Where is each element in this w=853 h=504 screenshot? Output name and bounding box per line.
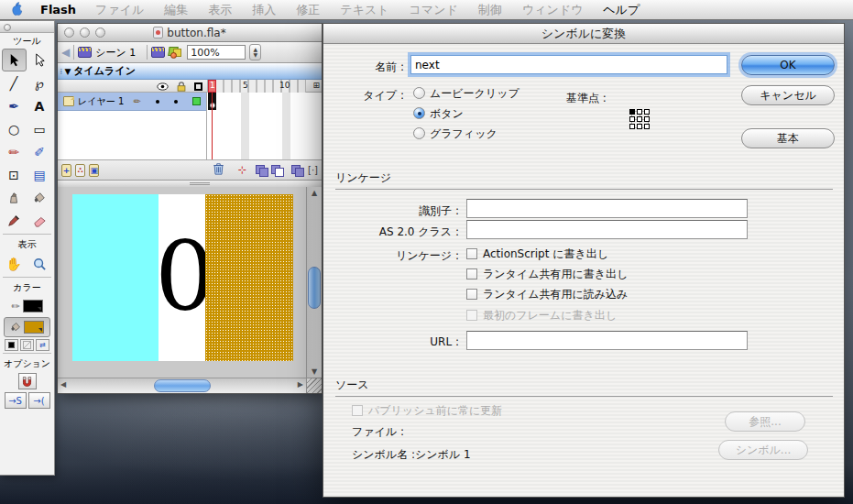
type-radio-movieclip[interactable]: ムービークリップ xyxy=(413,86,519,102)
playhead[interactable] xyxy=(212,93,213,159)
subselection-tool[interactable] xyxy=(27,49,52,71)
back-arrow-icon[interactable]: ◀ xyxy=(61,46,70,59)
line-icon: ╱ xyxy=(10,76,17,91)
zoom-tool[interactable] xyxy=(27,252,52,275)
straighten-button[interactable]: →( xyxy=(28,392,50,409)
cancel-button[interactable]: キャンセル xyxy=(741,85,835,105)
insert-layer-folder-button[interactable]: ▣ xyxy=(89,164,99,177)
ink-bottle-tool[interactable] xyxy=(2,186,27,209)
symbol-name-info: シンボル名 :シンボル 1 xyxy=(352,447,471,463)
hand-tool[interactable]: ✋ xyxy=(2,252,27,275)
swap-colors-button[interactable]: ⇄ xyxy=(36,339,49,351)
layer-lock-dot-icon[interactable] xyxy=(174,100,178,104)
pen-tool[interactable]: ✒ xyxy=(2,94,27,117)
radio-icon[interactable] xyxy=(413,127,425,139)
selection-tool[interactable] xyxy=(2,49,27,71)
tools-titlebar xyxy=(0,21,54,33)
fill-color-row[interactable] xyxy=(4,317,50,337)
outline-view-icon[interactable] xyxy=(194,82,202,91)
add-motion-guide-button[interactable]: ∴ xyxy=(75,164,85,177)
scroll-right-arrow-icon[interactable]: ▶ xyxy=(298,380,303,389)
scroll-down-arrow-icon[interactable]: ▼ xyxy=(307,367,322,376)
menu-help[interactable]: ヘルプ xyxy=(593,0,650,20)
onion-skin-outlines-button[interactable] xyxy=(271,165,279,175)
edit-multiple-frames-button[interactable] xyxy=(291,165,299,175)
edit-symbols-icon[interactable] xyxy=(169,47,183,59)
rectangle-tool[interactable]: ▭ xyxy=(27,117,52,140)
frame-view-menu-icon[interactable]: ⊞ xyxy=(312,81,320,90)
stroke-color-swatch[interactable] xyxy=(23,300,43,312)
checkbox-icon[interactable] xyxy=(466,289,477,300)
window-resize-grip[interactable] xyxy=(306,378,322,393)
scroll-up-arrow-icon[interactable]: ▲ xyxy=(307,189,322,197)
paint-bucket-tool[interactable] xyxy=(27,186,52,209)
as-class-input[interactable] xyxy=(466,220,748,239)
eraser-tool[interactable] xyxy=(27,209,52,232)
smooth-button[interactable]: →S xyxy=(5,392,27,409)
free-transform-tool[interactable]: ⊡ xyxy=(2,163,27,186)
eyedropper-tool[interactable] xyxy=(2,209,27,232)
stroke-color-row[interactable]: ✏ xyxy=(4,296,50,316)
lasso-tool[interactable]: ℘ xyxy=(27,71,52,94)
zoom-stepper[interactable]: ▲▼ xyxy=(249,44,261,60)
no-color-button[interactable] xyxy=(20,339,34,351)
horizontal-scrollbar[interactable]: ◀ ▶ xyxy=(58,378,306,393)
frame-ruler[interactable]: 1 5 10 xyxy=(207,80,306,93)
pencil-tool[interactable]: ✏ xyxy=(2,140,27,163)
insert-layer-button[interactable]: + xyxy=(61,164,71,177)
stage-cyan-rectangle[interactable] xyxy=(72,194,159,361)
fill-color-swatch[interactable] xyxy=(24,321,44,334)
vertical-scroll-thumb[interactable] xyxy=(308,267,321,309)
basic-button[interactable]: 基本 xyxy=(741,128,835,148)
frames-area[interactable] xyxy=(208,93,306,159)
fill-transform-tool[interactable]: ▤ xyxy=(27,163,52,186)
panel-collapse-arrow-icon[interactable]: ▼ xyxy=(64,67,71,76)
export-for-actionscript-checkbox[interactable]: ActionScript に書き出し xyxy=(466,247,608,262)
show-hide-eye-icon[interactable] xyxy=(157,82,169,91)
radio-icon[interactable] xyxy=(413,87,425,99)
lock-icon[interactable] xyxy=(177,82,186,92)
modify-onion-markers-button[interactable]: [·] xyxy=(308,165,318,175)
vertical-scrollbar[interactable]: ▲ ▼ xyxy=(306,187,322,378)
menu-flash[interactable]: Flash xyxy=(31,0,85,20)
layer-outline-color-swatch[interactable] xyxy=(192,97,201,105)
stage-selected-gold-rectangle[interactable] xyxy=(205,194,293,361)
registration-grid[interactable] xyxy=(629,109,651,131)
scroll-left-arrow-icon[interactable]: ◀ xyxy=(60,380,66,389)
type-radio-graphic[interactable]: グラフィック xyxy=(413,126,498,142)
brush-icon: ✐ xyxy=(34,145,45,159)
checkbox-disabled-icon xyxy=(466,310,477,321)
close-icon[interactable] xyxy=(4,24,11,31)
default-colors-button[interactable] xyxy=(5,339,18,351)
import-for-runtime-sharing-checkbox[interactable]: ランタイム共有用に読み込み xyxy=(466,287,628,302)
timeline-panel-header[interactable]: ⁞ ▼ タイムライン xyxy=(58,63,322,80)
ok-button[interactable]: OK xyxy=(741,55,835,75)
layer-name[interactable]: レイヤー 1 xyxy=(78,95,124,108)
text-tool[interactable]: A xyxy=(27,94,52,117)
brush-tool[interactable]: ✐ xyxy=(27,140,52,163)
delete-layer-trash-icon[interactable] xyxy=(213,162,224,178)
registration-point-topleft-selected[interactable] xyxy=(629,109,635,115)
checkbox-icon[interactable] xyxy=(466,268,477,279)
zoom-level-field[interactable]: 100% xyxy=(187,45,246,60)
stage[interactable]: 0 xyxy=(58,187,306,378)
identifier-input[interactable] xyxy=(466,199,748,218)
snap-to-objects-button[interactable] xyxy=(18,373,37,389)
apple-menu[interactable] xyxy=(0,1,31,19)
radio-selected-icon[interactable] xyxy=(413,107,425,119)
line-tool[interactable]: ╱ xyxy=(2,71,27,94)
layer-visible-dot-icon[interactable] xyxy=(156,100,159,104)
edit-scene-icon[interactable] xyxy=(151,47,165,58)
url-input[interactable] xyxy=(466,331,748,350)
layer-row[interactable]: レイヤー 1 ✏ xyxy=(58,93,206,111)
scene-name[interactable]: シーン 1 xyxy=(95,46,136,60)
document-titlebar[interactable]: button.fla* xyxy=(58,24,322,42)
symbol-name-input[interactable] xyxy=(410,55,727,74)
stage-zero-text[interactable]: 0 xyxy=(155,203,210,350)
type-radio-button[interactable]: ボタン xyxy=(413,106,464,122)
checkbox-icon[interactable] xyxy=(466,248,477,259)
horizontal-scroll-thumb[interactable] xyxy=(154,379,211,392)
oval-tool[interactable]: ○ xyxy=(2,117,27,140)
onion-skin-button[interactable] xyxy=(256,165,263,175)
export-for-runtime-sharing-checkbox[interactable]: ランタイム共有用に書き出し xyxy=(466,267,628,282)
